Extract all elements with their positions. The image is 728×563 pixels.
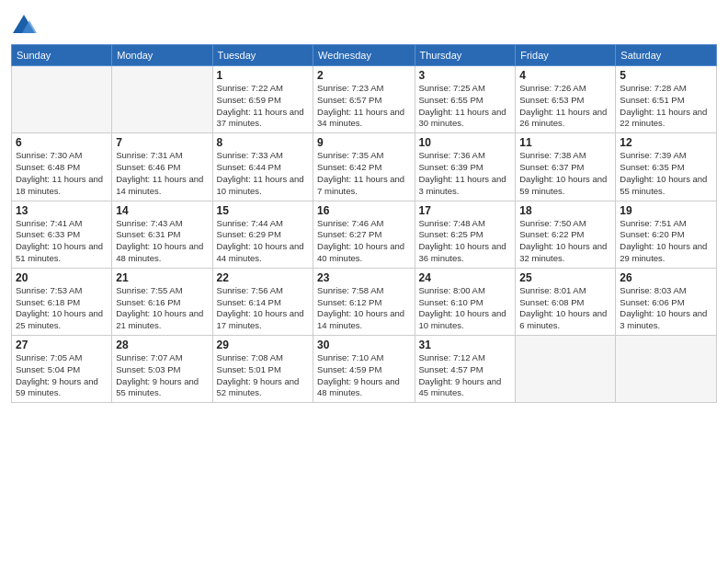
day-number: 27	[16, 339, 108, 351]
day-info: Sunrise: 7:56 AM Sunset: 6:14 PM Dayligh…	[217, 285, 310, 332]
calendar-day	[616, 336, 717, 403]
calendar-week-4: 20Sunrise: 7:53 AM Sunset: 6:18 PM Dayli…	[12, 268, 717, 335]
calendar-header-saturday: Saturday	[616, 45, 717, 66]
calendar-day: 10Sunrise: 7:36 AM Sunset: 6:39 PM Dayli…	[415, 133, 516, 201]
day-number: 31	[419, 339, 512, 351]
calendar-day: 13Sunrise: 7:41 AM Sunset: 6:33 PM Dayli…	[12, 201, 112, 268]
day-info: Sunrise: 7:30 AM Sunset: 6:48 PM Dayligh…	[16, 150, 108, 197]
day-info: Sunrise: 7:44 AM Sunset: 6:29 PM Dayligh…	[217, 218, 310, 265]
day-info: Sunrise: 7:53 AM Sunset: 6:18 PM Dayligh…	[16, 285, 108, 332]
day-number: 14	[116, 204, 208, 217]
calendar-day: 12Sunrise: 7:39 AM Sunset: 6:35 PM Dayli…	[616, 133, 717, 201]
calendar-header-wednesday: Wednesday	[313, 45, 415, 66]
logo	[11, 9, 40, 39]
calendar-day: 30Sunrise: 7:10 AM Sunset: 4:59 PM Dayli…	[313, 336, 415, 403]
day-info: Sunrise: 7:08 AM Sunset: 5:01 PM Dayligh…	[217, 352, 310, 399]
day-number: 6	[16, 136, 108, 149]
calendar-day: 29Sunrise: 7:08 AM Sunset: 5:01 PM Dayli…	[212, 336, 313, 403]
calendar-day: 5Sunrise: 7:28 AM Sunset: 6:51 PM Daylig…	[616, 66, 717, 133]
calendar-day: 21Sunrise: 7:55 AM Sunset: 6:16 PM Dayli…	[112, 268, 212, 335]
day-number: 11	[519, 136, 611, 149]
day-number: 1	[217, 69, 310, 82]
day-number: 17	[419, 204, 512, 217]
day-info: Sunrise: 7:58 AM Sunset: 6:12 PM Dayligh…	[317, 285, 410, 332]
calendar-week-1: 1Sunrise: 7:22 AM Sunset: 6:59 PM Daylig…	[12, 66, 717, 133]
day-info: Sunrise: 7:36 AM Sunset: 6:39 PM Dayligh…	[419, 150, 512, 197]
calendar-day: 23Sunrise: 7:58 AM Sunset: 6:12 PM Dayli…	[313, 268, 415, 335]
calendar-day: 7Sunrise: 7:31 AM Sunset: 6:46 PM Daylig…	[112, 133, 212, 201]
calendar-day: 14Sunrise: 7:43 AM Sunset: 6:31 PM Dayli…	[112, 201, 212, 268]
calendar-header-monday: Monday	[112, 45, 212, 66]
day-number: 21	[116, 271, 208, 284]
calendar-header-friday: Friday	[516, 45, 616, 66]
day-info: Sunrise: 7:33 AM Sunset: 6:44 PM Dayligh…	[217, 150, 310, 197]
day-info: Sunrise: 7:25 AM Sunset: 6:55 PM Dayligh…	[419, 83, 512, 130]
day-info: Sunrise: 8:01 AM Sunset: 6:08 PM Dayligh…	[519, 285, 611, 332]
calendar-week-5: 27Sunrise: 7:05 AM Sunset: 5:04 PM Dayli…	[12, 336, 717, 403]
calendar-day: 25Sunrise: 8:01 AM Sunset: 6:08 PM Dayli…	[516, 268, 616, 335]
day-number: 12	[620, 136, 712, 149]
day-number: 15	[217, 204, 310, 217]
day-number: 16	[317, 204, 410, 217]
day-info: Sunrise: 7:12 AM Sunset: 4:57 PM Dayligh…	[419, 352, 512, 399]
day-number: 24	[419, 271, 512, 284]
calendar-day: 26Sunrise: 8:03 AM Sunset: 6:06 PM Dayli…	[616, 268, 717, 335]
calendar-day: 28Sunrise: 7:07 AM Sunset: 5:03 PM Dayli…	[112, 336, 212, 403]
calendar-day: 1Sunrise: 7:22 AM Sunset: 6:59 PM Daylig…	[212, 66, 313, 133]
day-number: 7	[116, 136, 208, 149]
calendar-header-thursday: Thursday	[415, 45, 516, 66]
day-number: 20	[16, 271, 108, 284]
day-info: Sunrise: 7:10 AM Sunset: 4:59 PM Dayligh…	[317, 352, 410, 399]
day-number: 10	[419, 136, 512, 149]
calendar-day	[516, 336, 616, 403]
day-number: 18	[519, 204, 611, 217]
day-info: Sunrise: 7:46 AM Sunset: 6:27 PM Dayligh…	[317, 218, 410, 265]
header	[11, 9, 717, 39]
day-info: Sunrise: 7:23 AM Sunset: 6:57 PM Dayligh…	[317, 83, 410, 130]
day-number: 23	[317, 271, 410, 284]
day-info: Sunrise: 7:43 AM Sunset: 6:31 PM Dayligh…	[116, 218, 208, 265]
day-number: 28	[116, 339, 208, 351]
calendar-day: 19Sunrise: 7:51 AM Sunset: 6:20 PM Dayli…	[616, 201, 717, 268]
day-number: 25	[519, 271, 611, 284]
calendar-day: 18Sunrise: 7:50 AM Sunset: 6:22 PM Dayli…	[516, 201, 616, 268]
day-info: Sunrise: 7:48 AM Sunset: 6:25 PM Dayligh…	[419, 218, 512, 265]
day-number: 5	[620, 69, 712, 82]
day-info: Sunrise: 7:55 AM Sunset: 6:16 PM Dayligh…	[116, 285, 208, 332]
calendar-day: 17Sunrise: 7:48 AM Sunset: 6:25 PM Dayli…	[415, 201, 516, 268]
day-number: 3	[419, 69, 512, 82]
day-number: 4	[519, 69, 611, 82]
logo-icon	[11, 13, 37, 39]
day-info: Sunrise: 7:31 AM Sunset: 6:46 PM Dayligh…	[116, 150, 208, 197]
calendar-table: SundayMondayTuesdayWednesdayThursdayFrid…	[11, 44, 717, 403]
calendar-week-2: 6Sunrise: 7:30 AM Sunset: 6:48 PM Daylig…	[12, 133, 717, 201]
day-info: Sunrise: 7:39 AM Sunset: 6:35 PM Dayligh…	[620, 150, 712, 197]
calendar-day: 27Sunrise: 7:05 AM Sunset: 5:04 PM Dayli…	[12, 336, 112, 403]
day-info: Sunrise: 7:07 AM Sunset: 5:03 PM Dayligh…	[116, 352, 208, 399]
day-number: 19	[620, 204, 712, 217]
calendar-day: 3Sunrise: 7:25 AM Sunset: 6:55 PM Daylig…	[415, 66, 516, 133]
day-number: 9	[317, 136, 410, 149]
calendar-day: 9Sunrise: 7:35 AM Sunset: 6:42 PM Daylig…	[313, 133, 415, 201]
calendar-day: 4Sunrise: 7:26 AM Sunset: 6:53 PM Daylig…	[516, 66, 616, 133]
day-info: Sunrise: 8:00 AM Sunset: 6:10 PM Dayligh…	[419, 285, 512, 332]
day-number: 29	[217, 339, 310, 351]
calendar-header-row: SundayMondayTuesdayWednesdayThursdayFrid…	[12, 45, 717, 66]
calendar-day: 24Sunrise: 8:00 AM Sunset: 6:10 PM Dayli…	[415, 268, 516, 335]
calendar-day: 16Sunrise: 7:46 AM Sunset: 6:27 PM Dayli…	[313, 201, 415, 268]
day-number: 26	[620, 271, 712, 284]
day-info: Sunrise: 7:35 AM Sunset: 6:42 PM Dayligh…	[317, 150, 410, 197]
calendar-day: 22Sunrise: 7:56 AM Sunset: 6:14 PM Dayli…	[212, 268, 313, 335]
day-info: Sunrise: 7:05 AM Sunset: 5:04 PM Dayligh…	[16, 352, 108, 399]
day-info: Sunrise: 7:38 AM Sunset: 6:37 PM Dayligh…	[519, 150, 611, 197]
calendar-day: 8Sunrise: 7:33 AM Sunset: 6:44 PM Daylig…	[212, 133, 313, 201]
calendar-day	[112, 66, 212, 133]
day-number: 2	[317, 69, 410, 82]
page-container: SundayMondayTuesdayWednesdayThursdayFrid…	[0, 0, 728, 563]
day-number: 22	[217, 271, 310, 284]
calendar-day: 11Sunrise: 7:38 AM Sunset: 6:37 PM Dayli…	[516, 133, 616, 201]
day-info: Sunrise: 7:51 AM Sunset: 6:20 PM Dayligh…	[620, 218, 712, 265]
day-number: 8	[217, 136, 310, 149]
calendar-day	[12, 66, 112, 133]
day-info: Sunrise: 7:41 AM Sunset: 6:33 PM Dayligh…	[16, 218, 108, 265]
